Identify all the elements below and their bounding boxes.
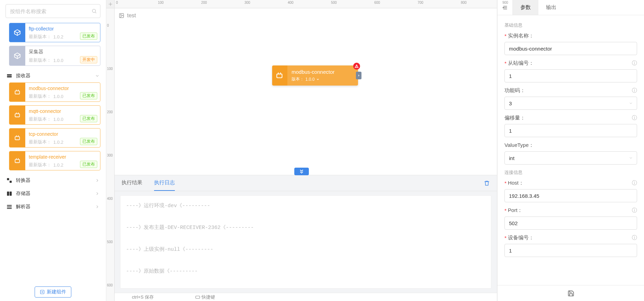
component-card-template-receiver[interactable]: template-receiver 最新版本：1.0.2 已发布 — [9, 151, 100, 170]
status-save-hint: ctrl+S 保存 — [132, 294, 154, 300]
node-output-port[interactable] — [356, 72, 361, 79]
panel-collapse-button[interactable] — [294, 168, 309, 175]
info-icon[interactable]: ⓘ — [632, 234, 637, 241]
canvas: 0 100 200 300 400 500 600 700 800 900 0 … — [106, 0, 497, 301]
svg-line-1 — [95, 12, 96, 13]
chevron-right-icon — [95, 178, 100, 183]
plug-icon — [9, 129, 25, 147]
info-icon[interactable]: ⓘ — [632, 180, 637, 186]
ruler-origin-icon — [106, 0, 115, 8]
statusbar: ctrl+S 保存 快捷键 — [115, 293, 497, 301]
plug-icon — [9, 83, 25, 101]
host-field[interactable] — [504, 189, 637, 202]
tab-params[interactable]: 参数 — [513, 0, 538, 15]
warning-icon — [353, 63, 360, 70]
component-card-ftp-collector[interactable]: ftp-collector 最新版本： 1.0.2 已发布 — [9, 23, 100, 42]
component-name: tcp-connector — [29, 131, 97, 137]
offset-field[interactable] — [504, 124, 637, 137]
component-name: template-receiver — [29, 154, 97, 160]
port-field[interactable] — [504, 216, 637, 230]
status-badge: 已发布 — [80, 92, 97, 99]
svg-rect-22 — [7, 208, 12, 209]
category-label: 解析器 — [16, 204, 30, 210]
search-icon — [91, 8, 97, 14]
category-header-receiver[interactable]: 接收器 — [6, 69, 100, 82]
chevron-down-icon — [316, 78, 320, 81]
plug-icon — [9, 151, 25, 170]
tab-output[interactable]: 输出 — [538, 0, 564, 15]
status-shortcut-hint: 快捷键 — [195, 294, 215, 300]
component-card-tcp-connector[interactable]: tcp-connector 最新版本：1.0.2 已发布 — [9, 128, 100, 148]
log-output[interactable]: ----》运行环境-dev《--------- ----》发布主题-DEV-RE… — [120, 195, 491, 289]
version-label: 最新版本： — [29, 57, 51, 63]
svg-rect-13 — [15, 159, 20, 162]
svg-rect-16 — [7, 178, 9, 180]
node-title: modbus-connector — [292, 69, 354, 75]
section-basic-title: 基础信息 — [504, 22, 637, 28]
svg-rect-3 — [7, 76, 12, 78]
keyboard-icon — [195, 295, 200, 300]
category-header-transformer[interactable]: 转换器 — [6, 174, 100, 187]
plug-icon — [9, 106, 25, 124]
slave-id-field[interactable] — [504, 69, 637, 82]
func-code-select[interactable] — [504, 97, 637, 110]
instance-name-field[interactable] — [504, 42, 637, 55]
info-icon[interactable]: ⓘ — [632, 115, 637, 121]
chevron-right-icon — [95, 204, 100, 209]
component-card-modbus-connector[interactable]: modbus-connector 最新版本：1.0.0 已发布 — [9, 82, 100, 102]
box-icon — [9, 46, 25, 65]
box-icon — [9, 23, 25, 42]
ruler-vertical: 0 100 200 300 400 500 600 — [106, 8, 115, 301]
component-card-mqtt-connector[interactable]: mqtt-connector 最新版本：1.0.0 已发布 — [9, 105, 100, 125]
receiver-icon — [6, 73, 12, 79]
svg-rect-10 — [15, 136, 20, 140]
log-panel: 执行结果 执行日志 ----》运行环境-dev《--------- ----》发… — [115, 175, 497, 293]
svg-point-32 — [120, 15, 122, 16]
svg-rect-17 — [10, 181, 12, 183]
component-name: ftp-collector — [29, 26, 97, 32]
svg-rect-20 — [7, 205, 12, 206]
save-button[interactable] — [567, 290, 574, 297]
svg-rect-21 — [7, 206, 12, 207]
svg-point-0 — [92, 9, 96, 12]
tab-exec-log[interactable]: 执行日志 — [154, 175, 175, 191]
status-badge: 已发布 — [80, 138, 97, 145]
svg-rect-4 — [15, 91, 20, 94]
component-name: mqtt-connector — [29, 108, 97, 114]
image-icon — [119, 13, 124, 18]
info-icon[interactable]: ⓘ — [632, 207, 637, 214]
value-type-select[interactable] — [504, 151, 637, 165]
svg-point-37 — [357, 67, 357, 67]
properties-panel: 参数 输出 基础信息 *实例名称： *从站编号：ⓘ 功能码：ⓘ 偏移 — [497, 0, 644, 301]
info-icon[interactable]: ⓘ — [632, 87, 637, 94]
category-label: 存储器 — [16, 191, 30, 197]
status-badge: 已发布 — [80, 33, 97, 40]
section-conn-title: 连接信息 — [504, 169, 637, 176]
storage-icon — [6, 191, 12, 197]
search-input[interactable] — [6, 4, 100, 18]
component-sidebar: ftp-collector 最新版本： 1.0.2 已发布 采集器 最新版本： … — [0, 0, 106, 301]
status-badge: 已发布 — [80, 115, 97, 122]
clear-log-button[interactable] — [484, 180, 490, 186]
node-version-select[interactable]: 版本： 1.0.0 — [292, 76, 354, 82]
component-name: modbus-connector — [29, 86, 97, 91]
component-version: 1.0.0 — [53, 58, 63, 63]
status-badge: 开发中 — [80, 56, 97, 63]
transformer-icon — [6, 177, 12, 184]
chevron-right-icon — [95, 191, 100, 196]
category-label: 接收器 — [16, 73, 30, 79]
svg-point-26 — [110, 3, 111, 5]
tab-exec-result[interactable]: 执行结果 — [122, 175, 142, 191]
parser-icon — [6, 204, 12, 210]
device-id-field[interactable] — [504, 244, 637, 257]
category-header-parser[interactable]: 解析器 — [6, 200, 100, 213]
new-component-button[interactable]: 新建组件 — [35, 286, 71, 298]
category-header-storage[interactable]: 存储器 — [6, 187, 100, 200]
info-icon[interactable]: ⓘ — [632, 60, 637, 67]
svg-rect-38 — [196, 296, 200, 298]
version-label: 最新版本： — [29, 34, 51, 40]
ruler-horizontal: 0 100 200 300 400 500 600 700 800 900 — [115, 0, 497, 8]
plug-icon — [275, 71, 284, 80]
component-card-collector[interactable]: 采集器 最新版本： 1.0.0 开发中 — [9, 46, 100, 66]
node-modbus-connector[interactable]: modbus-connector 版本： 1.0.0 — [272, 65, 358, 86]
